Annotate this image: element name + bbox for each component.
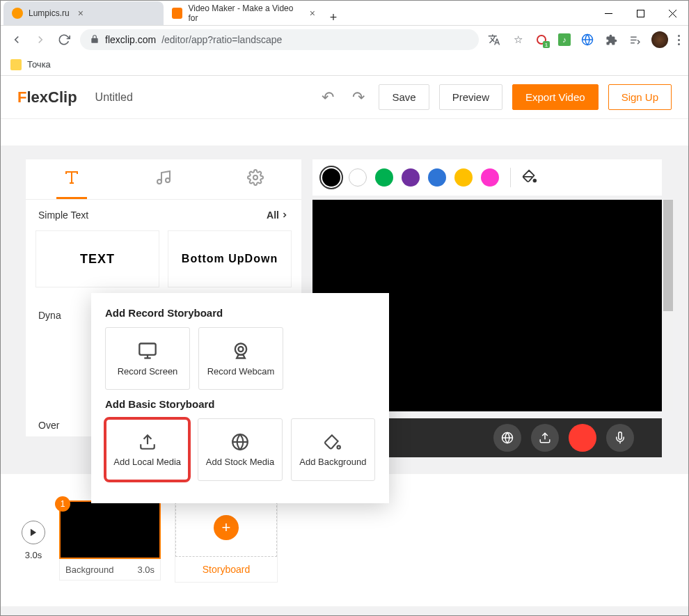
timeline-clip[interactable]: 1 Background 3.0s <box>59 500 161 581</box>
folder-icon <box>10 59 22 70</box>
color-swatch[interactable] <box>375 168 393 187</box>
tab-text[interactable] <box>44 161 100 198</box>
text-preset[interactable]: Bottom UpDown <box>168 230 292 287</box>
play-button[interactable] <box>22 521 45 544</box>
undo-button[interactable]: ↶ <box>317 84 338 111</box>
maximize-button[interactable] <box>624 1 656 26</box>
url-path: /editor/app?ratio=landscape <box>161 34 282 45</box>
save-button[interactable]: Save <box>379 84 429 110</box>
color-swatch[interactable] <box>402 168 420 187</box>
extension-icon[interactable]: ♪ <box>558 33 571 46</box>
record-screen-button[interactable]: Record Screen <box>105 327 190 390</box>
url-host: flexclip.com <box>105 34 156 45</box>
svg-point-23 <box>235 343 246 354</box>
color-swatch[interactable] <box>322 168 340 187</box>
svg-marker-19 <box>31 528 36 536</box>
svg-point-13 <box>253 175 258 180</box>
browser-tab[interactable]: Video Maker - Make a Video for × <box>164 1 324 25</box>
svg-rect-1 <box>637 10 644 17</box>
clip-name: Background <box>65 564 113 575</box>
new-tab-button[interactable]: + <box>324 10 343 25</box>
divider <box>510 168 511 187</box>
favicon-icon <box>12 8 23 19</box>
bookmark-item[interactable]: Точка <box>27 59 51 70</box>
address-bar[interactable]: flexclip.com/editor/app?ratio=landscape <box>80 29 479 50</box>
color-swatch[interactable] <box>481 168 499 187</box>
fill-icon[interactable] <box>522 168 537 187</box>
plus-icon: + <box>214 515 239 540</box>
logo[interactable]: FlexClip <box>17 88 77 106</box>
add-local-media-button[interactable]: Add Local Media <box>105 418 189 481</box>
svg-point-11 <box>157 180 161 184</box>
close-tab-icon[interactable]: × <box>310 8 315 19</box>
svg-point-28 <box>338 445 340 448</box>
favicon-icon <box>172 8 182 19</box>
add-background-button[interactable]: Add Background <box>291 418 375 481</box>
translate-icon[interactable] <box>487 33 501 47</box>
browser-tab[interactable]: Lumpics.ru × <box>3 1 164 25</box>
back-button[interactable] <box>9 32 24 47</box>
mic-button[interactable] <box>606 424 634 452</box>
menu-icon[interactable] <box>678 35 680 45</box>
signup-button[interactable]: Sign Up <box>608 84 672 110</box>
section-label: Simple Text <box>38 210 88 221</box>
tab-title: Lumpics.ru <box>29 8 70 18</box>
popup-heading: Add Record Storyboard <box>105 307 375 319</box>
extensions-icon[interactable] <box>604 33 618 47</box>
add-stock-media-button[interactable]: Add Stock Media <box>198 418 282 481</box>
popup-heading: Add Basic Storyboard <box>105 398 375 410</box>
reading-list-icon[interactable] <box>628 33 642 47</box>
svg-rect-20 <box>139 343 155 354</box>
lock-icon <box>90 34 100 46</box>
extension-icon[interactable] <box>580 33 594 47</box>
color-swatch[interactable] <box>349 168 367 187</box>
star-icon[interactable]: ☆ <box>511 33 525 47</box>
extension-icon[interactable]: 1 <box>534 33 548 47</box>
scrollbar[interactable] <box>663 200 673 411</box>
add-storyboard[interactable]: + Storyboard <box>175 498 278 583</box>
preview-button[interactable]: Preview <box>439 84 502 110</box>
minimize-button[interactable] <box>592 1 624 26</box>
svg-point-12 <box>166 178 170 182</box>
tab-title: Video Maker - Make a Video for <box>188 3 301 23</box>
export-button[interactable]: Export Video <box>512 84 599 110</box>
svg-point-24 <box>239 347 244 352</box>
close-tab-icon[interactable]: × <box>78 8 84 19</box>
project-name[interactable]: Untitled <box>95 91 133 104</box>
add-storyboard-popup: Add Record Storyboard Record Screen Reco… <box>91 293 389 503</box>
svg-point-14 <box>534 180 537 182</box>
upload-button[interactable] <box>531 424 559 452</box>
color-swatch[interactable] <box>454 168 473 187</box>
total-duration: 3.0s <box>25 550 42 560</box>
storyboard-label: Storyboard <box>203 564 250 575</box>
close-window-button[interactable] <box>656 1 688 26</box>
color-swatch[interactable] <box>428 168 446 187</box>
text-preset[interactable]: TEXT <box>35 230 159 287</box>
see-all-link[interactable]: All <box>267 210 289 221</box>
redo-button[interactable]: ↷ <box>348 84 369 111</box>
web-button[interactable] <box>493 424 521 452</box>
clip-number-badge: 1 <box>55 496 70 512</box>
forward-button[interactable] <box>33 32 48 47</box>
record-webcam-button[interactable]: Record Webcam <box>198 327 283 390</box>
tab-settings[interactable] <box>228 161 283 198</box>
record-button[interactable] <box>569 424 596 452</box>
clip-duration: 3.0s <box>137 564 155 575</box>
reload-button[interactable] <box>56 32 72 47</box>
profile-avatar[interactable] <box>651 31 668 48</box>
tab-music[interactable] <box>136 161 191 198</box>
